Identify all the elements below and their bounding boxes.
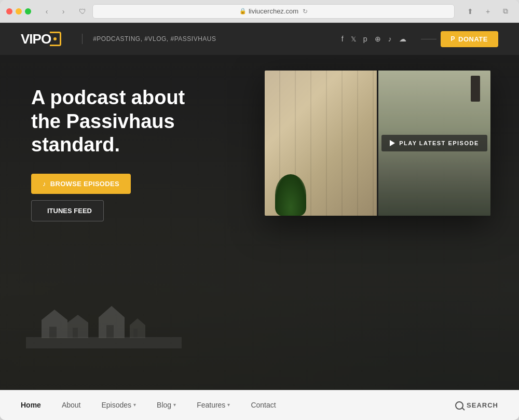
hero-content: A podcast about the Passivhaus standard.…: [0, 55, 218, 242]
video-panel-left: [265, 71, 377, 216]
new-tab-button[interactable]: +: [481, 4, 495, 19]
browser-titlebar: ‹ › 🛡 🔒 liviucerchez.com ↻ ⬆ + ⧉: [0, 0, 519, 23]
logo-text: VIPO: [21, 31, 51, 47]
browse-episodes-button[interactable]: ♪ BROWSE EPISODES: [31, 174, 131, 194]
header-divider: [82, 34, 83, 44]
nav-item-contact[interactable]: Contact: [240, 390, 286, 421]
nav-item-features[interactable]: Features ▾: [186, 390, 240, 421]
nav-items: Home About Episodes ▾ Blog ▾ Features ▾: [21, 390, 455, 421]
hero-buttons: ♪ BROWSE EPISODES ITUNES FEED: [31, 174, 187, 221]
chevron-down-icon: ▾: [173, 402, 176, 408]
play-button[interactable]: PLAY LATEST EPISODE: [381, 135, 487, 151]
browse-label: BROWSE EPISODES: [50, 180, 119, 188]
nav-blog-label: Blog: [157, 401, 171, 409]
hero-section: A podcast about the Passivhaus standard.…: [0, 55, 519, 390]
browser-window: ‹ › 🛡 🔒 liviucerchez.com ↻ ⬆ + ⧉ VIPO #P…: [0, 0, 519, 420]
play-overlay: PLAY LATEST EPISODE: [378, 71, 490, 216]
video-preview[interactable]: PLAY LATEST EPISODE: [265, 71, 490, 216]
hero-title: A podcast about the Passivhaus standard.: [31, 86, 187, 157]
donate-label: DONATE: [458, 35, 488, 43]
site-header: VIPO #PODCASTING, #VLOG, #PASSIVHAUS f 𝕏…: [0, 23, 519, 55]
rss-icon[interactable]: ⊕: [375, 35, 381, 43]
tagline: #PODCASTING, #VLOG, #PASSIVHAUS: [93, 35, 216, 43]
maximize-button[interactable]: [25, 8, 31, 15]
search-label: SEARCH: [467, 401, 498, 409]
chevron-down-icon: ▾: [133, 402, 136, 408]
itunes-label: ITUNES FEED: [47, 207, 92, 215]
svg-rect-3: [49, 327, 57, 338]
minimize-button[interactable]: [16, 8, 22, 15]
browser-nav: ‹ ›: [39, 4, 71, 19]
nav-item-episodes[interactable]: Episodes ▾: [91, 390, 147, 421]
svg-rect-7: [133, 329, 138, 338]
music-icon[interactable]: ♪: [388, 35, 392, 43]
nav-features-label: Features: [197, 401, 225, 409]
svg-rect-8: [26, 337, 182, 348]
lock-icon: 🔒: [239, 8, 247, 15]
nav-about-label: About: [62, 401, 81, 409]
nav-home-label: Home: [21, 401, 41, 409]
nav-item-blog[interactable]: Blog ▾: [146, 390, 186, 421]
share-button[interactable]: ⬆: [463, 4, 477, 19]
nav-item-home[interactable]: Home: [21, 390, 51, 421]
social-icons: f 𝕏 p ⊕ ♪ ☁: [342, 35, 406, 43]
website-content: VIPO #PODCASTING, #VLOG, #PASSIVHAUS f 𝕏…: [0, 23, 519, 420]
svg-rect-4: [73, 328, 78, 338]
facebook-icon[interactable]: f: [342, 35, 344, 43]
browser-actions: ⬆ + ⧉: [463, 4, 513, 19]
houses-silhouette: [26, 297, 182, 348]
tabs-button[interactable]: ⧉: [498, 4, 513, 19]
twitter-icon[interactable]: 𝕏: [351, 35, 356, 43]
soundcloud-icon[interactable]: ☁: [399, 35, 406, 43]
chevron-down-icon: ▾: [227, 402, 230, 408]
svg-rect-5: [106, 325, 114, 338]
play-label: PLAY LATEST EPISODE: [399, 140, 479, 146]
close-button[interactable]: [6, 8, 12, 15]
address-bar[interactable]: 🔒 liviucerchez.com ↻: [92, 4, 455, 19]
nav-contact-label: Contact: [251, 401, 276, 409]
logo-dot: [53, 37, 57, 40]
paypal-icon: P: [451, 35, 456, 43]
url-text: liviucerchez.com: [249, 7, 298, 15]
logo-bracket: [50, 32, 61, 46]
pinterest-icon[interactable]: p: [363, 35, 367, 43]
video-panel-right: PLAY LATEST EPISODE: [378, 71, 490, 216]
site-nav: Home About Episodes ▾ Blog ▾ Features ▾: [0, 390, 519, 420]
donate-button[interactable]: P DONATE: [441, 31, 498, 47]
header-line: [421, 39, 436, 39]
music-note-icon: ♪: [43, 180, 46, 188]
search-icon: [455, 401, 463, 410]
back-button[interactable]: ‹: [39, 4, 54, 19]
traffic-lights: [6, 8, 31, 15]
forward-button[interactable]: ›: [56, 4, 71, 19]
play-triangle-icon: [390, 140, 395, 146]
itunes-feed-button[interactable]: ITUNES FEED: [31, 200, 104, 221]
logo[interactable]: VIPO: [21, 31, 61, 47]
shield-icon: 🛡: [79, 7, 86, 16]
nav-item-about[interactable]: About: [51, 390, 91, 421]
search-button[interactable]: SEARCH: [455, 401, 498, 410]
reload-icon[interactable]: ↻: [303, 8, 308, 15]
nav-episodes-label: Episodes: [102, 401, 132, 409]
